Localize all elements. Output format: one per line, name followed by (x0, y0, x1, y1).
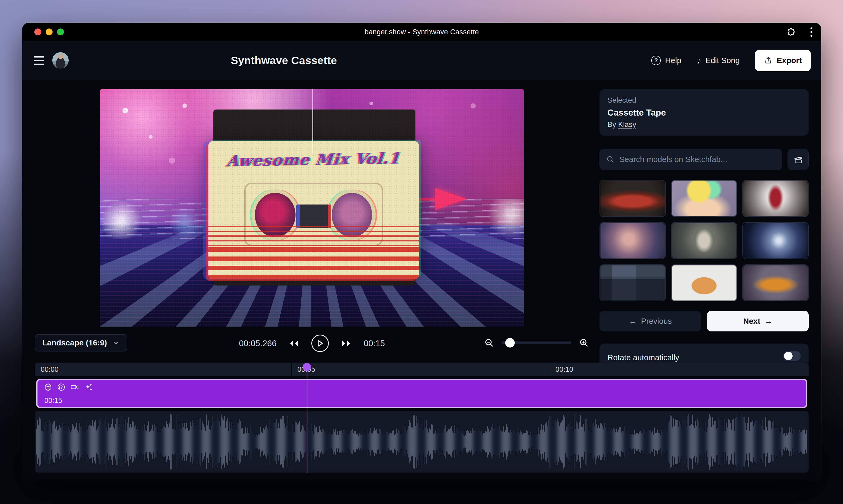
window-controls (34, 23, 64, 41)
menu-hamburger-icon[interactable] (33, 54, 46, 67)
zoom-window-button[interactable] (57, 29, 64, 35)
model-thumbnail[interactable] (671, 222, 737, 259)
timeline-panel: 00:00 00:05 00:10 00:15 (35, 363, 809, 481)
fast-forward-button[interactable] (341, 339, 351, 347)
edit-song-button[interactable]: ♪ Edit Song (697, 56, 740, 65)
zoom-out-button[interactable] (484, 338, 494, 348)
play-button[interactable] (311, 335, 329, 352)
zoom-slider[interactable] (501, 341, 571, 344)
ruler-divider (291, 363, 292, 376)
total-time: 00:15 (364, 339, 385, 348)
rewind-icon (289, 339, 299, 347)
ruler-label: 00:10 (555, 363, 573, 376)
window-title: banger.show - Synthwave Cassette (365, 28, 479, 36)
model-sidebar: Selected Cassette Tape By Klasy (600, 89, 809, 352)
minimize-window-button[interactable] (46, 29, 53, 35)
clapperboard-icon (793, 155, 803, 164)
zoom-in-icon (579, 338, 589, 348)
playback-controls: Landscape (16:9) 00:05.266 00:15 (35, 334, 589, 353)
fast-forward-icon (341, 339, 351, 347)
pagination: ← Previous Next → (600, 311, 809, 331)
zoom-slider-knob[interactable] (505, 338, 515, 347)
export-label: Export (777, 56, 802, 65)
app-window: banger.show - Synthwave Cassette Synthwa… (22, 23, 821, 481)
zoom-in-button[interactable] (579, 338, 589, 348)
app-header: Synthwave Cassette ? Help ♪ Edit Song Ex… (22, 41, 821, 80)
help-icon: ? (651, 56, 661, 65)
model-thumbnail[interactable] (600, 265, 666, 301)
transport-controls: 00:05.266 00:15 (239, 335, 385, 352)
next-label: Next (743, 317, 760, 326)
search-row (600, 149, 809, 170)
main-content: Awesome Mix Vol.1 Landscape (16:9) (22, 80, 821, 352)
rewind-button[interactable] (289, 339, 299, 347)
arrow-left-icon: ← (629, 317, 637, 326)
selected-model-name: Cassette Tape (607, 108, 801, 118)
zoom-out-icon (484, 338, 494, 348)
chevron-down-icon (112, 339, 120, 347)
search-input[interactable] (619, 155, 776, 164)
ruler-divider (550, 363, 550, 376)
selected-model-card: Selected Cassette Tape By Klasy (600, 89, 809, 136)
search-icon (606, 155, 615, 164)
arrow-right-icon: → (764, 317, 773, 326)
model-thumbnail[interactable] (742, 180, 809, 217)
play-icon (316, 339, 324, 348)
rotate-automatically-toggle[interactable] (783, 351, 801, 361)
film-grain-overlay (100, 89, 524, 327)
preview-stage: Awesome Mix Vol.1 Landscape (16:9) (35, 89, 589, 352)
previous-label: Previous (641, 317, 672, 326)
model-thumbnail[interactable] (742, 222, 809, 259)
help-button[interactable]: ? Help (651, 56, 682, 65)
model-thumbnail[interactable] (671, 265, 737, 301)
header-actions: ? Help ♪ Edit Song Export (651, 50, 811, 71)
model-thumbnail[interactable] (600, 180, 666, 217)
playhead-handle[interactable] (303, 363, 311, 371)
close-window-button[interactable] (34, 29, 41, 35)
selected-label: Selected (607, 96, 801, 105)
audio-waveform-track[interactable] (35, 411, 809, 473)
waveform-graphic (35, 411, 809, 473)
next-button[interactable]: Next → (707, 311, 809, 331)
clapperboard-button[interactable] (788, 149, 809, 170)
extensions-puzzle-icon[interactable] (786, 27, 796, 37)
video-clip[interactable]: 00:15 (36, 379, 807, 408)
export-button[interactable]: Export (755, 50, 811, 71)
aspect-ratio-value: Landscape (16:9) (42, 338, 107, 347)
model-thumbnail[interactable] (742, 265, 809, 301)
search-box[interactable] (600, 149, 782, 170)
music-note-icon: ♪ (697, 56, 701, 65)
author-link[interactable]: Klasy (618, 120, 636, 128)
model-thumbnail[interactable] (600, 222, 666, 259)
model-thumbnail[interactable] (671, 180, 737, 217)
by-prefix: By (607, 120, 618, 128)
ruler-label: 00:00 (41, 363, 58, 376)
avatar[interactable] (52, 52, 69, 69)
timeline-zoom-controls (484, 334, 589, 352)
cube-3d-icon (44, 383, 52, 391)
previous-button[interactable]: ← Previous (600, 311, 701, 331)
titlebar: banger.show - Synthwave Cassette (22, 23, 821, 41)
glitch-line (312, 89, 313, 154)
aspect-ratio-select[interactable]: Landscape (16:9) (35, 334, 127, 352)
share-export-icon (764, 56, 773, 65)
titlebar-actions (786, 23, 813, 41)
edit-song-label: Edit Song (705, 56, 740, 65)
video-preview[interactable]: Awesome Mix Vol.1 (100, 89, 524, 327)
clip-icons (44, 383, 92, 391)
sparkles-icon (84, 383, 92, 391)
page-title: Synthwave Cassette (231, 54, 337, 67)
timeline-ruler[interactable]: 00:00 00:05 00:10 (35, 363, 809, 376)
model-thumbnail-grid (600, 180, 809, 301)
clip-duration: 00:15 (45, 397, 62, 405)
toggle-knob (784, 352, 793, 360)
help-label: Help (665, 56, 682, 65)
current-time: 00:05.266 (239, 339, 276, 348)
spiral-icon (57, 383, 66, 391)
video-camera-icon (70, 383, 79, 391)
more-options-icon[interactable] (809, 26, 813, 38)
selected-model-author-row: By Klasy (607, 120, 801, 129)
rotate-automatically-label: Rotate automatically (607, 351, 679, 362)
